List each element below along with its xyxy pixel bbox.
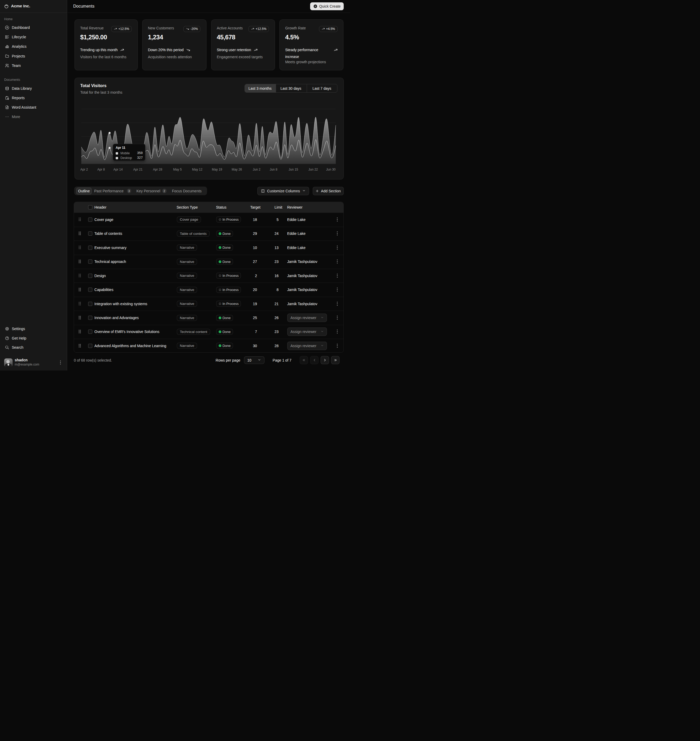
svg-text:Apr 8: Apr 8 [97, 168, 105, 171]
svg-text:May 19: May 19 [212, 168, 222, 171]
svg-text:Apr 2: Apr 2 [80, 168, 88, 171]
svg-text:Jun 15: Jun 15 [288, 168, 298, 171]
svg-text:May 5: May 5 [173, 168, 182, 171]
svg-text:May 12: May 12 [192, 168, 203, 171]
svg-text:Jun 2: Jun 2 [253, 168, 260, 171]
svg-text:Jun 22: Jun 22 [308, 168, 318, 171]
svg-text:May 26: May 26 [232, 168, 242, 171]
svg-text:Apr 28: Apr 28 [153, 168, 162, 171]
svg-text:Apr 14: Apr 14 [113, 168, 123, 171]
svg-text:Jun 30: Jun 30 [326, 168, 335, 171]
svg-text:Apr 21: Apr 21 [133, 168, 143, 171]
svg-text:Jun 8: Jun 8 [270, 168, 278, 171]
